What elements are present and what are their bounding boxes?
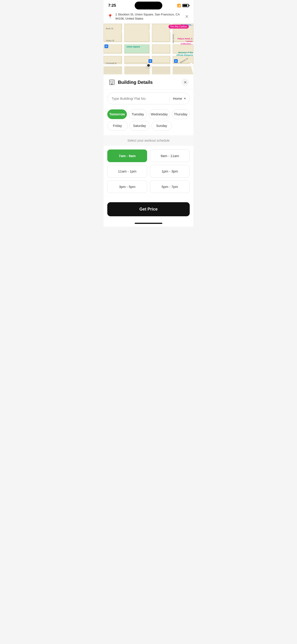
- svg-rect-2: [112, 81, 113, 82]
- poi-museum: Museum of the African Diaspora: [174, 51, 193, 56]
- timeslot-1pm-3pm[interactable]: 1pm - 3pm: [150, 165, 190, 178]
- timeslot-3pm-5pm-label: 3pm - 5pm: [119, 185, 136, 189]
- svg-rect-4: [112, 83, 113, 84]
- street-label-geary: Geary St: [106, 40, 114, 42]
- status-icons: 📶: [177, 4, 189, 7]
- status-time: 7:25: [108, 3, 116, 8]
- day-tuesday[interactable]: Tuesday: [129, 110, 147, 119]
- schedule-section: Select your workout schedule: [104, 135, 194, 146]
- svg-rect-1: [110, 81, 112, 82]
- building-details-header: Building Details ✕: [104, 74, 194, 89]
- day-wednesday[interactable]: Wednesday: [149, 110, 170, 119]
- timeslot-11am-1pm-label: 11am - 1pm: [118, 169, 136, 173]
- building-input-row: Home ▼: [107, 92, 190, 104]
- location-close-button[interactable]: ✕: [184, 13, 190, 20]
- timeslot-row-2: 11am - 1pm 1pm - 3pm: [107, 165, 190, 178]
- transit-icon-3: M: [104, 44, 108, 48]
- timeslot-9am-11am[interactable]: 9am - 11am: [150, 150, 190, 162]
- location-bar: 📍 1 Stockton St, Union Square, San Franc…: [104, 10, 194, 24]
- transit-icon-2: M: [174, 59, 178, 63]
- home-bar: [135, 223, 162, 224]
- svg-rect-5: [112, 84, 112, 85]
- svg-rect-3: [110, 83, 112, 84]
- input-section: Home ▼: [104, 89, 194, 108]
- day-saturday[interactable]: Saturday: [130, 121, 150, 130]
- home-indicator: [104, 221, 194, 227]
- day-selector: Tomorrow Tuesday Wednesday Thursday Frid…: [104, 108, 194, 135]
- timeslot-5pm-7pm-label: 5pm - 7pm: [162, 185, 178, 189]
- location-pin-icon: 📍: [107, 14, 113, 19]
- day-sunday-label: Sunday: [156, 124, 167, 128]
- day-wednesday-label: Wednesday: [151, 112, 168, 116]
- timeslot-section: 7am - 9am 9am - 11am 11am - 1pm 1pm - 3p…: [104, 146, 194, 200]
- day-tuesday-label: Tuesday: [132, 112, 144, 116]
- day-row-1: Tomorrow Tuesday Wednesday Thursday: [107, 110, 190, 119]
- day-saturday-label: Saturday: [133, 124, 146, 128]
- battery-icon: [182, 4, 189, 7]
- day-sunday[interactable]: Sunday: [152, 121, 172, 130]
- day-row-2: Friday Saturday Sunday: [107, 121, 190, 130]
- timeslot-7am-9am[interactable]: 7am - 9am: [107, 150, 147, 162]
- schedule-label: Select your workout schedule: [128, 139, 170, 142]
- get-price-button[interactable]: Get Price: [107, 202, 190, 216]
- building-details-close-button[interactable]: ✕: [182, 78, 189, 86]
- street-label-ofarrell: O'Farrell St: [106, 62, 116, 64]
- section-title-group: Building Details: [108, 78, 153, 86]
- poi-union-square: Union Square: [127, 46, 140, 48]
- timeslot-7am-9am-label: 7am - 9am: [119, 154, 136, 158]
- type-dropdown[interactable]: Home ▼: [170, 94, 190, 103]
- wifi-icon: 📶: [177, 4, 181, 7]
- dropdown-arrow-icon: ▼: [184, 97, 186, 100]
- day-friday-label: Friday: [113, 124, 122, 128]
- day-thursday[interactable]: Thursday: [172, 110, 190, 119]
- day-thursday-label: Thursday: [174, 112, 188, 116]
- dropdown-value: Home: [173, 96, 182, 100]
- bottom-sheet: Building Details ✕ Home ▼ Tomorrow Tuesd…: [104, 74, 194, 227]
- timeslot-5pm-7pm[interactable]: 5pm - 7pm: [150, 180, 190, 193]
- day-tomorrow[interactable]: Tomorrow: [107, 110, 127, 119]
- street-label-bush: Bush St: [106, 28, 113, 30]
- day-friday[interactable]: Friday: [107, 121, 128, 130]
- timeslot-9am-11am-label: 9am - 11am: [160, 154, 179, 158]
- map-view[interactable]: Bush St Geary St O'Farrell St Grant Ave …: [104, 24, 194, 74]
- timeslot-row-1: 7am - 9am 9am - 11am: [107, 150, 190, 162]
- location-address: 1 Stockton St, Union Square, San Francis…: [115, 12, 184, 21]
- building-icon: [108, 78, 116, 86]
- timeslot-3pm-5pm[interactable]: 3pm - 5pm: [107, 180, 147, 193]
- timeslot-1pm-3pm-label: 1pm - 3pm: [162, 169, 178, 173]
- timeslot-row-3: 3pm - 5pm 5pm - 7pm: [107, 180, 190, 193]
- poi-palace-hotel: Palace Hotel, A Luxury Collection...: [174, 38, 192, 45]
- day-tomorrow-label: Tomorrow: [109, 112, 125, 116]
- status-bar: 7:25 📶: [104, 0, 194, 10]
- section-title: Building Details: [118, 80, 153, 85]
- current-location-marker: [146, 63, 150, 68]
- poi-ritz-carlton: The Ritz-Carlton,: [168, 25, 189, 28]
- building-input[interactable]: [108, 93, 170, 104]
- transit-icon-1: M: [148, 59, 152, 63]
- timeslot-11am-1pm[interactable]: 11am - 1pm: [107, 165, 147, 178]
- map-background: Bush St Geary St O'Farrell St Grant Ave …: [104, 24, 194, 74]
- status-pill: [135, 2, 162, 10]
